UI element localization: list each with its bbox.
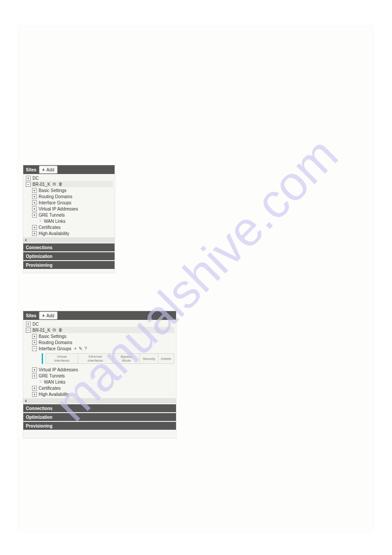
expand-icon[interactable] xyxy=(32,334,37,339)
add-button[interactable]: + Add xyxy=(39,166,58,174)
tree-item-basic-settings[interactable]: Basic Settings xyxy=(25,333,174,339)
tree-label: BR-01_K xyxy=(32,182,50,187)
tree-item-wan-links[interactable]: WAN Links xyxy=(25,379,174,385)
clone-icon[interactable]: ⧉ xyxy=(52,328,57,332)
sites-panel-2: Sites + Add DC BR-01_K ⧉ 🗑 Basic Setting… xyxy=(23,311,176,439)
section-bar-connections[interactable]: Connections xyxy=(23,404,176,412)
expand-icon[interactable] xyxy=(32,340,37,345)
section-bar-label: Provisioning xyxy=(26,263,53,268)
col-bypass-mode[interactable]: Bypass Mode xyxy=(113,354,140,364)
expand-icon[interactable] xyxy=(32,213,37,218)
tree-label: Routing Domains xyxy=(39,340,72,345)
tree-item-br[interactable]: BR-01_K ⧉ 🗑 xyxy=(25,181,113,187)
tree-item-gre-tunnels[interactable]: GRE Tunnels xyxy=(25,212,113,218)
tree-label: WAN Links xyxy=(44,380,65,385)
h-scrollbar[interactable]: ‹ xyxy=(23,398,176,403)
tree-label: Routing Domains xyxy=(39,194,72,199)
tree-item-routing-domains[interactable]: Routing Domains xyxy=(25,339,174,345)
expand-icon[interactable] xyxy=(32,367,37,372)
tree-label: Interface Groups xyxy=(39,346,71,351)
expand-icon[interactable] xyxy=(32,374,37,378)
document-page: manualshive.com Sites + Add DC BR-01_K ⧉… xyxy=(18,26,373,532)
ig-columns-table: Virtual Interfaces Ethernet Interfaces B… xyxy=(46,353,174,364)
expand-icon[interactable] xyxy=(32,207,37,211)
tree-item-interface-groups[interactable]: Interface Groups xyxy=(25,200,113,206)
tree-label: High Availability xyxy=(39,392,69,397)
sites-tree: DC BR-01_K ⧉ 🗑 Basic Settings Routing Do… xyxy=(23,320,176,397)
expand-icon[interactable] xyxy=(26,176,31,181)
expand-icon[interactable] xyxy=(26,322,31,326)
collapse-icon[interactable] xyxy=(26,182,31,187)
expand-icon[interactable] xyxy=(32,194,37,199)
add-button-label: Add xyxy=(47,313,54,318)
section-bar-label: Optimization xyxy=(26,254,53,259)
collapse-icon[interactable] xyxy=(26,328,31,333)
branch-icon xyxy=(38,219,42,224)
section-bar-optimization[interactable]: Optimization xyxy=(23,252,115,260)
tree-label: Basic Settings xyxy=(39,188,66,193)
tree-item-interface-groups[interactable]: Interface Groups + ✎ ? xyxy=(25,345,174,352)
expand-icon[interactable] xyxy=(32,392,37,397)
section-bar-label: Optimization xyxy=(26,415,53,420)
expand-icon[interactable] xyxy=(32,188,37,193)
edit-icon[interactable]: ✎ xyxy=(79,346,83,352)
tree-item-high-availability[interactable]: High Availability xyxy=(25,230,113,236)
interface-groups-table: Virtual Interfaces Ethernet Interfaces B… xyxy=(42,353,174,364)
help-icon[interactable]: ? xyxy=(84,346,87,351)
panel-header: Sites + Add xyxy=(23,165,115,174)
tree-label: Virtual IP Addresses xyxy=(39,367,78,372)
tree-label: Certificates xyxy=(39,386,61,391)
tree-item-certificates[interactable]: Certificates xyxy=(25,385,174,391)
chevron-left-icon[interactable]: ‹ xyxy=(25,237,27,243)
add-icon[interactable]: + xyxy=(74,346,76,351)
tree-label: GRE Tunnels xyxy=(39,374,65,378)
tree-item-high-availability[interactable]: High Availability xyxy=(25,391,174,397)
selection-indicator xyxy=(42,353,43,364)
sites-panel-1: Sites + Add DC BR-01_K ⧉ 🗑 Basic Setting… xyxy=(23,165,115,273)
tree-item-gre-tunnels[interactable]: GRE Tunnels xyxy=(25,373,174,379)
tree-label: DC xyxy=(32,176,39,181)
expand-icon[interactable] xyxy=(32,225,37,230)
tree-label: GRE Tunnels xyxy=(39,213,65,218)
collapse-icon[interactable] xyxy=(32,346,37,351)
tree-label: Virtual IP Addresses xyxy=(39,207,78,211)
section-bar-label: Connections xyxy=(26,406,53,411)
plus-icon: + xyxy=(42,313,45,318)
tree-item-routing-domains[interactable]: Routing Domains xyxy=(25,193,113,200)
clone-icon[interactable]: ⧉ xyxy=(52,182,57,186)
h-scrollbar[interactable]: ‹ xyxy=(23,237,115,243)
tree-item-certificates[interactable]: Certificates xyxy=(25,224,113,230)
delete-icon[interactable]: 🗑 xyxy=(58,328,63,332)
plus-icon: + xyxy=(42,167,45,172)
sites-tree: DC BR-01_K ⧉ 🗑 Basic Settings Routing Do… xyxy=(23,174,115,236)
tree-label: Basic Settings xyxy=(39,334,66,339)
tree-item-wan-links[interactable]: WAN Links xyxy=(25,218,113,224)
tree-item-dc[interactable]: DC xyxy=(25,321,174,327)
panel-header-label: Sites xyxy=(26,313,36,318)
tree-item-basic-settings[interactable]: Basic Settings xyxy=(25,187,113,193)
expand-icon[interactable] xyxy=(32,386,37,391)
col-security[interactable]: Security xyxy=(140,354,158,364)
chevron-left-icon[interactable]: ‹ xyxy=(25,398,27,404)
section-bar-optimization[interactable]: Optimization xyxy=(23,413,176,421)
col-ethernet-interfaces[interactable]: Ethernet Interfaces xyxy=(78,354,113,364)
add-button[interactable]: + Add xyxy=(39,312,58,319)
col-virtual-interfaces[interactable]: Virtual Interfaces xyxy=(46,354,78,364)
tree-item-br[interactable]: BR-01_K ⧉ 🗑 xyxy=(25,327,174,333)
section-bar-provisioning[interactable]: Provisioning xyxy=(23,422,176,430)
tree-item-virtual-ip[interactable]: Virtual IP Addresses xyxy=(25,206,113,212)
tree-label: High Availability xyxy=(39,231,69,236)
branch-icon xyxy=(38,380,42,385)
expand-icon[interactable] xyxy=(32,231,37,236)
section-bar-connections[interactable]: Connections xyxy=(23,243,115,251)
interface-groups-tools: + ✎ ? xyxy=(74,346,87,352)
section-bar-provisioning[interactable]: Provisioning xyxy=(23,261,115,269)
col-delete[interactable]: Delete xyxy=(158,354,174,364)
tree-item-dc[interactable]: DC xyxy=(25,175,113,181)
expand-icon[interactable] xyxy=(32,200,37,205)
tree-label: Interface Groups xyxy=(39,200,71,205)
tree-item-virtual-ip[interactable]: Virtual IP Addresses xyxy=(25,366,174,373)
panel-header-label: Sites xyxy=(26,167,36,172)
delete-icon[interactable]: 🗑 xyxy=(58,182,63,186)
tree-label: Certificates xyxy=(39,225,61,230)
